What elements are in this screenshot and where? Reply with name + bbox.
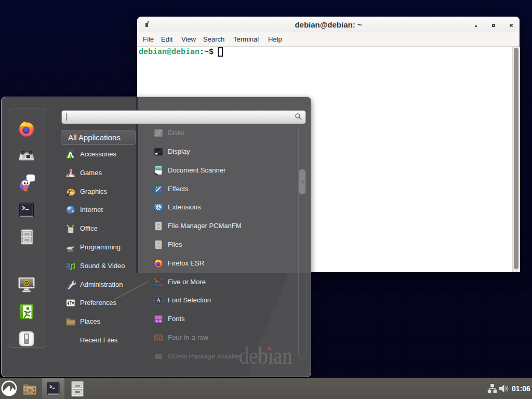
svg-text:D: D [28,388,32,393]
svg-text:A: A [156,297,161,304]
